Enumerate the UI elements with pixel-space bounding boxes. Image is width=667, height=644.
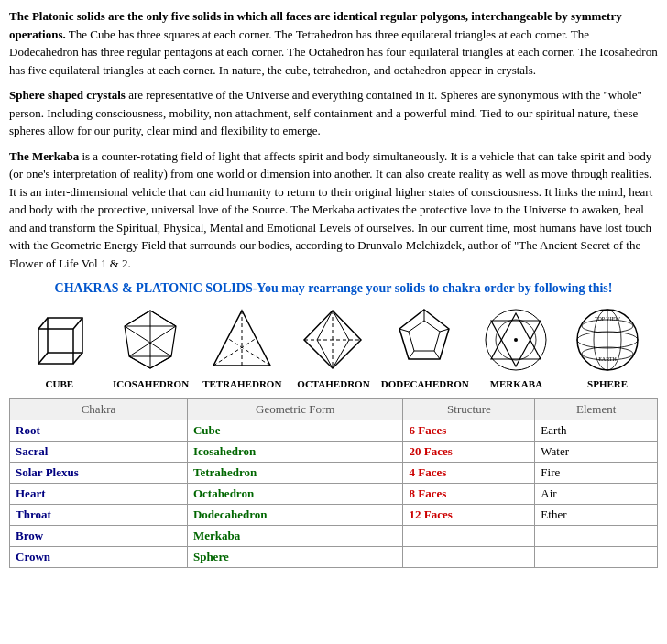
svg-line-5: [38, 353, 48, 364]
paragraph-1: The Platonic solids are the only five so…: [9, 7, 658, 79]
table-cell: Solar Plexus: [10, 463, 188, 484]
svg-line-24: [317, 311, 333, 340]
table-row: Solar PlexusTetrahedron4 FacesFire: [10, 463, 658, 484]
table-row: BrowMerkaba: [10, 526, 658, 547]
svg-point-38: [514, 338, 518, 342]
chakra-title: CHAKRAS & PLATONIC SOLIDS-You may rearra…: [9, 281, 658, 296]
table-cell: Root: [10, 420, 188, 442]
table-cell: 8 Faces: [403, 484, 535, 505]
solid-octahedron: OCTAHEDRON: [290, 303, 377, 389]
table-cell: Crown: [10, 547, 188, 568]
solid-sphere: TOP VIEW EARTH SPHERE: [564, 303, 651, 389]
table-row: CrownSphere: [10, 547, 658, 568]
svg-line-4: [73, 353, 82, 364]
table-cell: Tetrahedron: [187, 463, 403, 484]
paragraph-3: The Merkaba is a counter-rotating field …: [9, 147, 658, 273]
merkaba-label: MERKABA: [490, 378, 542, 389]
table-cell: Air: [535, 484, 658, 505]
dodecahedron-label: DODECAHEDRON: [381, 378, 469, 389]
para3-bold: The Merkaba: [9, 149, 79, 163]
octahedron-label: OCTAHEDRON: [297, 378, 369, 389]
solid-cube: CUBE: [16, 303, 103, 389]
solid-tetrahedron: TETRAHEDRON: [199, 303, 286, 389]
icosahedron-label: ICOSAHEDRON: [113, 378, 189, 389]
table-cell: Octahedron: [187, 484, 403, 505]
table-cell: [403, 526, 535, 547]
sphere-label: SPHERE: [587, 378, 628, 389]
table-header-row: Chakra Geometric Form Structure Element: [10, 399, 658, 420]
svg-line-2: [38, 318, 48, 329]
table-cell: Brow: [10, 526, 188, 547]
cube-figure: [23, 303, 96, 377]
table-cell: 12 Faces: [403, 505, 535, 526]
table-cell: [535, 547, 658, 568]
solid-icosahedron: ICOSAHEDRON: [107, 303, 194, 389]
tetrahedron-figure: [205, 303, 279, 377]
table-cell: Earth: [535, 420, 658, 442]
svg-line-32: [409, 351, 414, 359]
cube-label: CUBE: [46, 378, 74, 389]
table-row: RootCube6 FacesEarth: [10, 420, 658, 442]
table-cell: Heart: [10, 484, 188, 505]
table-cell: 20 Faces: [403, 442, 535, 463]
svg-line-14: [129, 356, 150, 368]
table-cell: Merkaba: [187, 526, 403, 547]
para2-bold: Sphere shaped crystals: [9, 88, 126, 102]
table-row: SacralIcosahedron20 FacesWater: [10, 442, 658, 463]
tetrahedron-label: TETRAHEDRON: [202, 378, 281, 389]
chakra-table: Chakra Geometric Form Structure Element …: [9, 398, 658, 568]
octahedron-figure: [297, 303, 370, 377]
table-row: ThroatDodecahedron12 FacesEther: [10, 505, 658, 526]
table-row: HeartOctahedron8 FacesAir: [10, 484, 658, 505]
col-header-chakra: Chakra: [10, 399, 188, 420]
table-cell: Sphere: [187, 547, 403, 568]
table-cell: [403, 547, 535, 568]
para1-rest: The Cube has three squares at each corne…: [9, 27, 658, 77]
svg-text:TOP VIEW: TOP VIEW: [595, 316, 620, 322]
svg-line-13: [150, 311, 176, 326]
table-cell: 4 Faces: [403, 463, 535, 484]
svg-line-8: [125, 326, 171, 356]
icosahedron-figure: [115, 303, 188, 377]
solid-merkaba: MERKABA: [473, 303, 560, 389]
table-cell: Throat: [10, 505, 188, 526]
svg-marker-28: [409, 321, 440, 351]
svg-line-31: [434, 351, 440, 359]
col-header-form: Geometric Form: [187, 399, 403, 420]
merkaba-figure: [479, 303, 552, 377]
table-cell: Cube: [187, 420, 403, 442]
svg-line-3: [73, 318, 82, 329]
table-cell: Ether: [535, 505, 658, 526]
table-cell: 6 Faces: [403, 420, 535, 442]
table-cell: Water: [535, 442, 658, 463]
solid-dodecahedron: DODECAHEDRON: [381, 303, 468, 389]
svg-line-12: [125, 311, 150, 326]
paragraph-2: Sphere shaped crystals are representativ…: [9, 86, 658, 140]
sphere-figure: TOP VIEW EARTH: [571, 303, 644, 377]
para3-rest: is a counter-rotating field of light tha…: [9, 149, 652, 270]
svg-text:EARTH: EARTH: [598, 356, 617, 362]
col-header-structure: Structure: [403, 399, 535, 420]
table-cell: Dodecahedron: [187, 505, 403, 526]
svg-line-15: [150, 356, 171, 368]
table-cell: Icosahedron: [187, 442, 403, 463]
table-cell: Fire: [535, 463, 658, 484]
table-cell: Sacral: [10, 442, 188, 463]
svg-line-9: [129, 326, 176, 356]
dodecahedron-figure: [388, 303, 462, 377]
col-header-element: Element: [535, 399, 658, 420]
solids-figures-row: CUBE ICOSAHEDRON: [9, 303, 658, 389]
table-cell: [535, 526, 658, 547]
